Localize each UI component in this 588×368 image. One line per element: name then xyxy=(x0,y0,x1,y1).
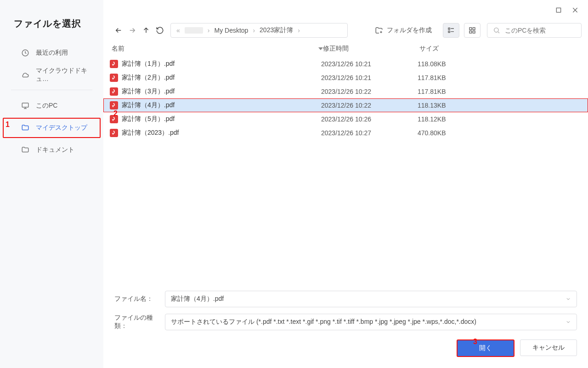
file-name: 家計簿（4月）.pdf xyxy=(122,101,175,109)
svg-rect-3 xyxy=(448,28,450,29)
filename-value: 家計簿（4月）.pdf xyxy=(171,295,224,303)
breadcrumb-segment[interactable]: 2023家計簿 xyxy=(260,26,293,34)
nav-arrows xyxy=(110,26,169,34)
chevron-right-icon: › xyxy=(208,27,210,34)
breadcrumb-segment[interactable]: My Desktop xyxy=(214,27,248,34)
file-size: 118.12KB xyxy=(418,115,582,123)
file-time: 2023/12/26 10:21 xyxy=(321,60,418,68)
sidebar-item-label: 最近の利用 xyxy=(36,49,68,57)
new-folder-button[interactable]: フォルダを作成 xyxy=(368,26,438,34)
up-icon[interactable] xyxy=(142,26,150,34)
grid-view-icon xyxy=(469,27,476,34)
file-time: 2023/12/26 10:22 xyxy=(321,102,418,109)
svg-rect-8 xyxy=(473,31,475,33)
column-size[interactable]: サイズ xyxy=(419,45,582,53)
file-list: 名前 修正時間 サイズ 家計簿（1月）.pdf2023/12/26 10:211… xyxy=(103,40,588,282)
svg-rect-2 xyxy=(556,8,560,12)
file-row[interactable]: 家計簿（2023）.pdf2023/12/26 10:27470.80KB xyxy=(103,126,588,140)
file-row[interactable]: 家計簿（1月）.pdf2023/12/26 10:21118.08KB xyxy=(103,57,588,71)
search-box[interactable] xyxy=(487,23,582,38)
file-name: 家計簿（1月）.pdf xyxy=(122,60,175,68)
svg-rect-4 xyxy=(448,31,450,32)
chevron-right-icon: › xyxy=(298,27,300,34)
filetype-label: ファイルの種類： xyxy=(114,314,165,330)
file-row[interactable]: 家計簿（2月）.pdf2023/12/26 10:21117.81KB xyxy=(103,71,588,85)
cancel-button[interactable]: キャンセル xyxy=(520,339,577,356)
folder-icon xyxy=(21,124,29,132)
search-input[interactable] xyxy=(504,26,565,34)
file-row[interactable]: 家計簿（3月）.pdf2023/12/26 10:22117.81KB xyxy=(103,85,588,98)
filetype-field[interactable]: サポートされているファイル (*.pdf *.txt *.text *.gif … xyxy=(165,314,577,330)
pdf-icon xyxy=(110,60,118,68)
main-panel: « › My Desktop › 2023家計簿 › フォルダを作成 xyxy=(103,0,588,368)
bottom-panel: ファイル名： 家計簿（4月）.pdf ファイルの種類： サポートされているファイ… xyxy=(103,282,588,368)
monitor-icon xyxy=(21,102,29,110)
file-time: 2023/12/26 10:21 xyxy=(321,74,418,81)
column-headers: 名前 修正時間 サイズ xyxy=(103,40,588,57)
file-time: 2023/12/26 10:27 xyxy=(321,129,418,137)
pdf-icon xyxy=(110,87,118,96)
callout-3: 3 xyxy=(473,338,477,346)
svg-rect-7 xyxy=(469,31,472,33)
sort-desc-icon xyxy=(318,47,323,50)
file-row[interactable]: 家計簿（5月）.pdf2023/12/26 10:26118.12KB xyxy=(103,112,588,126)
refresh-icon[interactable] xyxy=(156,26,164,34)
list-view-icon xyxy=(447,27,455,34)
file-time: 2023/12/26 10:22 xyxy=(321,88,418,95)
file-size: 117.81KB xyxy=(418,74,582,81)
dialog-title: ファイルを選択 xyxy=(0,11,103,41)
chevron-down-icon xyxy=(565,296,571,302)
filename-label: ファイル名： xyxy=(114,295,165,303)
svg-rect-6 xyxy=(473,28,475,30)
pdf-icon xyxy=(110,129,118,137)
view-grid-button[interactable] xyxy=(464,23,481,38)
sidebar-item-label: マイクラウドドキュ… xyxy=(36,67,91,83)
new-folder-icon xyxy=(375,26,383,34)
file-size: 118.13KB xyxy=(418,102,582,109)
file-size: 470.80KB xyxy=(418,129,582,137)
filetype-value: サポートされているファイル (*.pdf *.txt *.text *.gif … xyxy=(171,318,476,326)
file-open-dialog: ファイルを選択 最近の利用 マイクラウドドキュ… このPC マイデスクトップ ド… xyxy=(0,0,588,368)
sidebar: ファイルを選択 最近の利用 マイクラウドドキュ… このPC マイデスクトップ ド… xyxy=(0,0,103,368)
file-name: 家計簿（5月）.pdf xyxy=(122,115,175,123)
sidebar-item-label: マイデスクトップ xyxy=(36,124,87,132)
file-name: 家計簿（2月）.pdf xyxy=(122,74,175,82)
folder-icon xyxy=(21,146,29,154)
filename-field[interactable]: 家計簿（4月）.pdf xyxy=(165,291,577,307)
sidebar-item-label: ドキュメント xyxy=(36,146,74,154)
chevron-down-icon xyxy=(565,319,571,325)
file-size: 118.08KB xyxy=(418,60,582,68)
back-icon[interactable] xyxy=(114,26,123,34)
file-size: 117.81KB xyxy=(418,88,582,95)
pdf-icon xyxy=(110,74,118,82)
sidebar-divider xyxy=(11,90,92,90)
clock-icon xyxy=(21,49,29,57)
maximize-icon[interactable] xyxy=(555,6,562,14)
toolbar: « › My Desktop › 2023家計簿 › フォルダを作成 xyxy=(103,20,588,40)
sidebar-item-recent[interactable]: 最近の利用 xyxy=(3,43,101,63)
sidebar-item-desktop[interactable]: マイデスクトップ xyxy=(3,118,101,138)
column-time[interactable]: 修正時間 xyxy=(323,45,419,53)
close-icon[interactable] xyxy=(571,6,579,14)
view-list-button[interactable] xyxy=(443,23,459,38)
sidebar-item-thispc[interactable]: このPC xyxy=(3,96,101,116)
breadcrumb-prefix: « xyxy=(176,27,180,34)
file-row[interactable]: 家計簿（4月）.pdf2023/12/26 10:22118.13KB xyxy=(103,98,588,112)
file-name: 家計簿（3月）.pdf xyxy=(122,87,175,96)
new-folder-label: フォルダを作成 xyxy=(387,26,432,34)
forward-icon[interactable] xyxy=(128,26,136,34)
callout-2: 2 xyxy=(113,109,118,118)
svg-point-9 xyxy=(494,28,498,32)
breadcrumb[interactable]: « › My Desktop › 2023家計簿 › xyxy=(170,23,348,38)
sidebar-item-label: このPC xyxy=(36,102,57,110)
sidebar-item-cloud[interactable]: マイクラウドドキュ… xyxy=(3,65,101,85)
svg-rect-5 xyxy=(469,28,472,30)
sidebar-item-documents[interactable]: ドキュメント xyxy=(3,140,101,160)
pdf-icon xyxy=(110,101,118,109)
open-button[interactable]: 開く xyxy=(457,339,514,357)
breadcrumb-blurred-segment xyxy=(185,27,203,34)
search-icon xyxy=(493,27,500,34)
cloud-icon xyxy=(21,71,29,79)
column-name[interactable]: 名前 xyxy=(110,45,323,53)
titlebar xyxy=(103,0,588,20)
